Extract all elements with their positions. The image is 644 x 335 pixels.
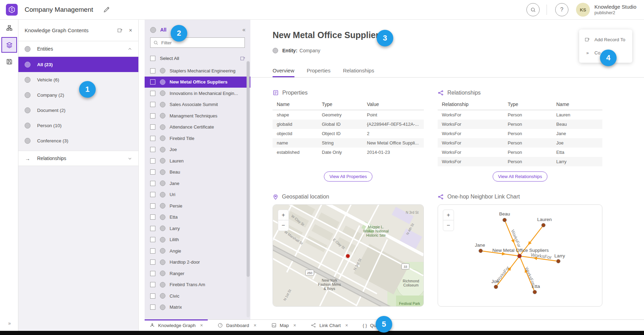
app-logo[interactable] [6,4,18,16]
link-chart-card[interactable]: + − [438,204,602,307]
tab-map[interactable]: Map × [266,320,301,331]
entities-section-header[interactable]: Entities [18,41,138,57]
record-checkbox[interactable] [150,293,155,299]
relationships-section-header[interactable]: → Relationships [18,151,138,166]
record-row[interactable]: Innovations in Mechanical Engin... [145,88,250,99]
table-row[interactable]: WorksForPersonJane [438,129,602,138]
location-marker[interactable] [346,254,350,258]
save-tool[interactable] [0,53,18,70]
record-checkbox[interactable] [150,113,155,118]
record-checkbox[interactable] [150,136,155,141]
record-row[interactable]: Uri [145,189,250,201]
record-row[interactable]: Angie [145,245,250,257]
close-tab-icon[interactable]: × [200,323,203,328]
record-row[interactable]: Persie [145,200,250,212]
close-tab-icon[interactable]: × [254,323,256,328]
collapse-panel-button[interactable]: « [242,27,246,33]
record-checkbox[interactable] [150,259,155,265]
close-tab-icon[interactable]: × [293,323,296,328]
help-button[interactable]: ? [555,3,568,16]
map-card[interactable]: + − [273,204,424,307]
entity-type-conference[interactable]: Conference (3) [18,133,138,148]
record-checkbox[interactable] [150,68,155,73]
records-scrollbar[interactable] [247,61,250,317]
table-row[interactable]: WorksForPersonJoe [438,138,602,148]
search-button[interactable] [526,3,540,16]
select-all-checkbox[interactable] [150,56,155,61]
record-checkbox[interactable] [150,158,155,164]
link-chart-canvas[interactable]: WorksFor WorksFor WorksFor WorksFor [438,205,602,306]
record-checkbox[interactable] [150,102,155,107]
contents-tool[interactable] [1,37,17,53]
record-checkbox[interactable] [150,181,155,186]
record-row[interactable]: Beau [145,167,250,178]
tab-knowledge-graph[interactable]: Knowledge Graph × [145,320,208,331]
new-window-button[interactable] [117,27,123,33]
data-model-tool[interactable] [0,20,18,36]
close-tab-icon[interactable]: × [345,323,348,328]
record-row[interactable]: Jane [145,178,250,189]
tab-overview[interactable]: Overview [273,65,294,77]
record-checkbox[interactable] [150,169,155,175]
record-row[interactable]: Hardtop 2-door [145,257,250,268]
add-record-button[interactable] [240,55,246,61]
close-panel-button[interactable]: × [129,27,132,34]
record-row[interactable]: Matrix [145,302,250,313]
entity-type-document[interactable]: Document (2) [18,103,138,118]
record-checkbox[interactable] [150,79,155,85]
record-row[interactable]: Larry [145,223,250,234]
zoom-in-button[interactable]: + [278,210,289,220]
tab-dashboard[interactable]: Dashboard × [213,320,261,331]
table-row[interactable]: WorksForPersonLauren [438,110,602,120]
menu-item-add-record-to[interactable]: Add Record To [579,33,632,46]
record-checkbox[interactable] [150,192,155,197]
filter-input[interactable] [161,40,242,45]
record-checkbox[interactable] [150,203,155,209]
record-row[interactable]: Firebird Title [145,133,250,144]
zoom-in-button[interactable]: + [443,210,454,220]
record-row[interactable]: Staplers Mechanical Engineering [145,65,250,77]
record-row[interactable]: Firebird Trans Am [145,279,250,291]
entity-type-vehicle[interactable]: Vehicle (6) [18,72,138,87]
table-row[interactable]: WorksForPersonBeau [438,120,602,129]
scrollbar-thumb[interactable] [247,61,250,277]
edit-title-icon[interactable] [103,6,110,13]
record-row[interactable]: Etta [145,212,250,223]
table-row[interactable]: WorksForPersonEtta [438,148,602,157]
table-row[interactable]: globalidGlobal ID{A228944F-0EF5-412A-... [273,120,424,129]
record-row[interactable]: Civic [145,290,250,302]
record-row[interactable]: Attendance Certificate [145,122,250,133]
entity-type-person[interactable]: Person (10) [18,118,138,133]
record-checkbox[interactable] [150,282,155,287]
avatar[interactable]: KS [576,3,590,17]
record-row-selected[interactable]: New Metal Office Suppliers [145,77,250,88]
zoom-out-button[interactable]: − [278,220,289,231]
zoom-out-button[interactable]: − [443,220,454,231]
record-checkbox[interactable] [150,226,155,231]
record-checkbox[interactable] [150,91,155,96]
entity-type-company[interactable]: Company (2) [18,87,138,103]
record-row[interactable]: Lauren [145,155,250,167]
table-row[interactable]: shapeGeometryPoint [273,110,424,120]
record-checkbox[interactable] [150,214,155,220]
expand-rail-button[interactable]: » [0,320,18,326]
table-row[interactable]: objectidObject ID2 [273,129,424,138]
table-row[interactable]: WorksForPersonLarry [438,157,602,166]
basemap[interactable]: 250 33 W Clay St W Marshall St E Clay St… [273,205,423,306]
record-checkbox[interactable] [150,305,155,310]
record-checkbox[interactable] [150,248,155,254]
record-checkbox[interactable] [150,124,155,130]
record-row[interactable]: Joe [145,144,250,156]
table-row[interactable]: nameStringNew Metal Office Suppli... [273,138,424,148]
record-row[interactable]: Managment Techniques [145,110,250,122]
view-all-relationships-button[interactable]: View All Relationships [492,171,548,182]
record-checkbox[interactable] [150,271,155,276]
tab-relationships[interactable]: Relationships [343,65,374,77]
tab-link-chart[interactable]: Link Chart × [306,320,353,331]
tab-properties[interactable]: Properties [307,65,330,77]
view-all-properties-button[interactable]: View All Properties [324,171,372,182]
record-row[interactable]: Sales Associate Summit [145,99,250,111]
filter-box[interactable] [150,37,245,48]
table-row[interactable]: establishedDate Only2014-01-23 [273,148,424,157]
entity-type-all[interactable]: All (23) [18,57,138,72]
